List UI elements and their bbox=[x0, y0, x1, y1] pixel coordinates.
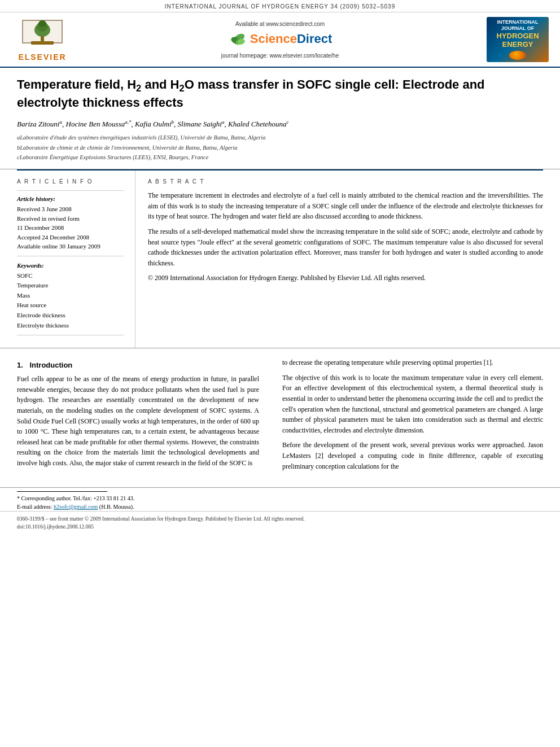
abstract-para-2: The results of a self-developed mathemat… bbox=[148, 226, 543, 268]
received-date: Received 3 June 2008 bbox=[17, 204, 124, 214]
info-divider-bottom bbox=[17, 335, 124, 335]
abstract-copyright: © 2009 International Association for Hyd… bbox=[148, 273, 543, 283]
section1-body-right-2: The objective of this work is to locate … bbox=[282, 373, 543, 436]
section1-number: 1. bbox=[17, 361, 23, 369]
body-right-column: to decrease the operating temperature wh… bbox=[271, 357, 560, 476]
sciencedirect-leaves-icon bbox=[228, 29, 248, 49]
accepted-date: Accepted 24 December 2008 bbox=[17, 233, 124, 242]
branding-bar: ELSEVIER Available at www.sciencedirect.… bbox=[0, 12, 560, 68]
email-label: E-mail address: bbox=[17, 504, 54, 510]
keyword-temperature: Temperature bbox=[17, 281, 124, 291]
doi-text: doi:10.1016/j.ijhydene.2008.12.085 bbox=[17, 523, 543, 531]
copyright-text: 0360-3199/$ – see front matter © 2009 In… bbox=[17, 515, 543, 523]
abstract-text: The temperature increment in electrodes … bbox=[148, 190, 543, 283]
section1-body-left: Fuel cells appear to be as one of the me… bbox=[17, 374, 259, 468]
h2-sub: 2 bbox=[136, 83, 141, 93]
authors-line: Bariza Zitounia, Hocine Ben Moussaa,*, K… bbox=[17, 119, 543, 128]
sciencedirect-logo: ScienceDirect bbox=[73, 29, 487, 49]
affiliation-b: bLaboratoire de chimie et de chimie de l… bbox=[17, 143, 543, 153]
h2o-sub1: 2 bbox=[180, 83, 185, 93]
svg-point-6 bbox=[41, 36, 43, 38]
sd-text-science: Science bbox=[250, 32, 297, 46]
revised-date: 11 December 2008 bbox=[17, 223, 124, 233]
article-history-label: Article history: bbox=[17, 195, 124, 202]
email-line: E-mail address: h2sofc@gmail.com (H.B. M… bbox=[17, 503, 543, 511]
sciencedirect-text: ScienceDirect bbox=[250, 32, 333, 46]
keyword-electrolyte-thickness: Electrolyte thickness bbox=[17, 321, 124, 331]
article-info-column: A R T I C L E I N F O Article history: R… bbox=[0, 171, 135, 348]
article-info-abstract: A R T I C L E I N F O Article history: R… bbox=[0, 171, 560, 348]
article-title: Temperature field, H2 and H2O mass trans… bbox=[17, 77, 543, 111]
hydrogen-energy-logo: International Journal ofHYDROGENENERGY bbox=[487, 17, 549, 62]
abstract-para-1: The temperature increment in electrodes … bbox=[148, 190, 543, 222]
keyword-heat-source: Heat source bbox=[17, 300, 124, 311]
keyword-sofc: SOFC bbox=[17, 271, 124, 281]
affiliation-a: aLaboratoire d'étude des systèmes énergé… bbox=[17, 133, 543, 143]
available-at-text: Available at www.sciencedirect.com bbox=[73, 21, 487, 27]
keyword-electrode-thickness: Electrode thickness bbox=[17, 311, 124, 321]
body-left-column: 1. Introduction Fuel cells appear to be … bbox=[0, 357, 271, 476]
he-circle-icon bbox=[509, 51, 526, 60]
star-note: * Corresponding author. Tel./fax: +213 3… bbox=[17, 494, 543, 503]
sd-text-direct: Direct bbox=[297, 32, 332, 46]
he-title-text: International Journal ofHYDROGENENERGY bbox=[489, 19, 546, 49]
article-title-section: Temperature field, H2 and H2O mass trans… bbox=[0, 68, 560, 169]
copyright-bar: 0360-3199/$ – see front matter © 2009 In… bbox=[0, 511, 560, 535]
center-branding: Available at www.sciencedirect.com Scien… bbox=[73, 21, 487, 59]
affiliations: aLaboratoire d'étude des systèmes énergé… bbox=[17, 133, 543, 163]
svg-rect-5 bbox=[31, 41, 54, 45]
body-two-columns: 1. Introduction Fuel cells appear to be … bbox=[0, 357, 560, 476]
footnote-section: * Corresponding author. Tel./fax: +213 3… bbox=[0, 487, 560, 511]
available-online-date: Available online 30 January 2009 bbox=[17, 242, 124, 251]
main-body: 1. Introduction Fuel cells appear to be … bbox=[0, 348, 560, 476]
article-info-label: A R T I C L E I N F O bbox=[17, 178, 124, 185]
info-divider-mid bbox=[17, 256, 124, 256]
email-suffix: (H.B. Moussa). bbox=[98, 504, 134, 510]
section1-title: 1. Introduction bbox=[17, 361, 259, 369]
elsevier-text: ELSEVIER bbox=[18, 53, 66, 62]
email-address[interactable]: h2sofc@gmail.com bbox=[54, 504, 98, 510]
abstract-column: A B S T R A C T The temperature incremen… bbox=[135, 171, 560, 348]
section1-body-right-1: to decrease the operating temperature wh… bbox=[282, 357, 543, 368]
journal-header: International Journal of Hydrogen Energy… bbox=[0, 0, 560, 12]
elsevier-emblem-icon bbox=[20, 18, 65, 51]
journal-homepage-url: journal homepage: www.elsevier.com/locat… bbox=[73, 53, 487, 59]
abstract-label: A B S T R A C T bbox=[148, 178, 543, 185]
affiliation-c: cLaboratoire Énergétique Explosions Stru… bbox=[17, 153, 543, 163]
keyword-mass: Mass bbox=[17, 291, 124, 301]
info-divider-top bbox=[17, 190, 124, 191]
keywords-label: Keywords: bbox=[17, 262, 124, 269]
section1-title-text: Introduction bbox=[29, 361, 72, 369]
elsevier-logo: ELSEVIER bbox=[11, 18, 73, 62]
footnote-rule bbox=[17, 491, 107, 492]
section1-body-right-3: Before the development of the present wo… bbox=[282, 440, 543, 471]
revised-label: Received in revised form bbox=[17, 214, 124, 224]
svg-point-4 bbox=[38, 20, 46, 27]
